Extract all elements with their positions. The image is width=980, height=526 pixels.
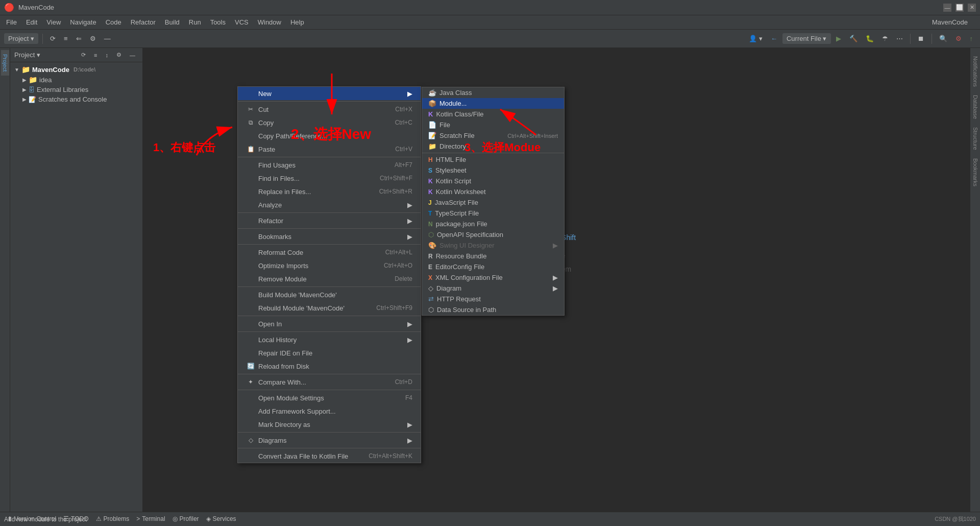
more-actions-button[interactable]: ⋯: [893, 33, 906, 44]
ctx-build-module[interactable]: Build Module 'MavenCode': [238, 288, 421, 301]
project-gear-btn[interactable]: ⚙: [113, 50, 125, 60]
settings-main-button[interactable]: ⚙: [952, 33, 965, 44]
menu-item-file[interactable]: File: [2, 17, 21, 27]
ctx-repair-ide[interactable]: Repair IDE on File: [238, 346, 421, 360]
ctx-refactor[interactable]: Refactor ▶: [238, 214, 421, 227]
ctx-find-files[interactable]: Find in Files... Ctrl+Shift+F: [238, 172, 421, 185]
menu-item-window[interactable]: Window: [254, 17, 285, 27]
ctx-framework-support[interactable]: Add Framework Support...: [238, 404, 421, 418]
submenu-diagram[interactable]: ◇ Diagram ▶: [422, 283, 564, 294]
build-button[interactable]: 🔨: [846, 33, 861, 44]
notifications-tab[interactable]: Notifications: [971, 52, 979, 91]
collapse-all-button[interactable]: ≡: [61, 33, 71, 44]
maximize-button[interactable]: ⬜: [955, 4, 964, 12]
submenu-file[interactable]: 📄 File: [422, 119, 564, 130]
services-tab[interactable]: ◈ Services: [203, 514, 239, 523]
ctx-rebuild-module[interactable]: Rebuild Module 'MavenCode' Ctrl+Shift+F9: [238, 301, 421, 315]
coverage-button[interactable]: ☂: [879, 33, 891, 44]
tree-item-scratches[interactable]: ▶ 📝 Scratches and Console: [10, 94, 142, 104]
settings-button[interactable]: ⚙: [87, 33, 99, 44]
ctx-copy[interactable]: ⧉ Copy Ctrl+C: [238, 116, 421, 129]
menu-item-help[interactable]: Help: [286, 17, 308, 27]
todo-tab[interactable]: ☰ TODO: [60, 514, 91, 523]
ctx-open-in[interactable]: Open In ▶: [238, 317, 421, 330]
ctx-optimize[interactable]: Optimize Imports Ctrl+Alt+O: [238, 259, 421, 272]
project-dropdown-arrow[interactable]: ▾: [37, 51, 40, 59]
nav-back-button[interactable]: ←: [768, 33, 780, 44]
submenu-xml-config[interactable]: X XML Configuration File ▶: [422, 272, 564, 283]
menu-item-refactor[interactable]: Refactor: [127, 17, 160, 27]
update-button[interactable]: ↑: [967, 33, 976, 44]
close-panel-button[interactable]: —: [101, 33, 114, 44]
submenu-scratch-file[interactable]: 📝 Scratch File Ctrl+Alt+Shift+Insert: [422, 130, 564, 141]
profiler-tab[interactable]: ◎ Profiler: [169, 514, 202, 523]
ctx-compare[interactable]: ✦ Compare With... Ctrl+D: [238, 375, 421, 389]
ctx-convert-java[interactable]: Convert Java File to Kotlin File Ctrl+Al…: [238, 449, 421, 463]
menu-item-build[interactable]: Build: [161, 17, 184, 27]
ctx-analyze[interactable]: Analyze ▶: [238, 198, 421, 211]
submenu-html[interactable]: H HTML File: [422, 154, 564, 165]
submenu-editorconfig[interactable]: E EditorConfig File: [422, 261, 564, 272]
submenu-openapi[interactable]: ⬡ OpenAPI Specification: [422, 229, 564, 240]
sync-button[interactable]: ⟳: [47, 33, 59, 44]
submenu-directory[interactable]: 📁 Directory: [422, 141, 564, 152]
ctx-mark-dir[interactable]: Mark Directory as ▶: [238, 418, 421, 431]
submenu-js[interactable]: J JavaScript File: [422, 197, 564, 208]
close-button[interactable]: ✕: [968, 4, 976, 12]
submenu-data-source[interactable]: ⬡ Data Source in Path: [422, 304, 564, 315]
submenu-java-class[interactable]: ☕ Java Class: [422, 87, 564, 98]
problems-tab[interactable]: ⚠ Problems: [93, 514, 133, 523]
project-close-btn[interactable]: —: [127, 50, 138, 60]
submenu-stylesheet[interactable]: S Stylesheet: [422, 165, 564, 176]
menu-item-run[interactable]: Run: [185, 17, 205, 27]
project-dropdown[interactable]: Project ▾: [4, 33, 38, 44]
submenu-package-json[interactable]: N package.json File: [422, 219, 564, 229]
submenu-module[interactable]: 📦 Module...: [422, 98, 564, 109]
submenu-kotlin-script[interactable]: K Kotlin Script: [422, 176, 564, 186]
stop-button[interactable]: ⏹: [915, 33, 927, 44]
tree-item-root[interactable]: ▼ 📁 MavenCode D:\code\: [10, 64, 142, 75]
menu-item-navigate[interactable]: Navigate: [66, 17, 100, 27]
ctx-reload[interactable]: 🔄 Reload from Disk: [238, 360, 421, 373]
bookmarks-tab[interactable]: Bookmarks: [971, 154, 979, 190]
menu-item-tools[interactable]: Tools: [206, 17, 230, 27]
search-everywhere-button[interactable]: 🔍: [936, 33, 950, 44]
ctx-bookmarks[interactable]: Bookmarks ▶: [238, 230, 421, 243]
minimize-button[interactable]: —: [943, 4, 951, 12]
menu-item-view[interactable]: View: [42, 17, 65, 27]
run-button[interactable]: ▶: [833, 33, 844, 44]
ctx-remove-module[interactable]: Remove Module Delete: [238, 272, 421, 285]
project-sync-btn[interactable]: ⟳: [78, 50, 89, 60]
terminal-tab[interactable]: > Terminal: [133, 514, 168, 523]
debug-button[interactable]: 🐛: [863, 33, 877, 44]
submenu-resource-bundle[interactable]: R Resource Bundle: [422, 251, 564, 261]
project-sidebar-tab[interactable]: Project: [1, 50, 9, 76]
ctx-reformat[interactable]: Reformat Code Ctrl+Alt+L: [238, 246, 421, 259]
submenu-ts[interactable]: T TypeScript File: [422, 208, 564, 219]
tree-item-external-libs[interactable]: ▶ 🗄 External Libraries: [10, 85, 142, 94]
tree-item-idea[interactable]: ▶ 📁 idea: [10, 75, 142, 85]
project-collapse-btn[interactable]: ≡: [91, 50, 100, 60]
ctx-module-settings[interactable]: Open Module Settings F4: [238, 391, 421, 404]
menu-item-edit[interactable]: Edit: [22, 17, 41, 27]
hide-panel-button[interactable]: ⇐: [73, 33, 85, 44]
current-file-dropdown[interactable]: Current File ▾: [782, 33, 831, 44]
submenu-kotlin-worksheet[interactable]: K Kotlin Worksheet: [422, 186, 564, 197]
ctx-find-usages[interactable]: Find Usages Alt+F7: [238, 158, 421, 172]
ctx-diagrams[interactable]: ◇ Diagrams ▶: [238, 434, 421, 447]
submenu-http-request[interactable]: ⇄ HTTP Request: [422, 294, 564, 304]
submenu-kotlin-class[interactable]: K Kotlin Class/File: [422, 109, 564, 119]
version-control-tab[interactable]: ⬆ Version Control: [4, 514, 59, 523]
ctx-cut[interactable]: ✂ Cut Ctrl+X: [238, 103, 421, 116]
database-tab[interactable]: Database: [971, 91, 979, 123]
ctx-local-history[interactable]: Local History ▶: [238, 333, 421, 346]
ctx-new[interactable]: New ▶: [238, 87, 421, 100]
ctx-copy-path[interactable]: Copy Path/Reference...: [238, 129, 421, 142]
profile-button[interactable]: 👤 ▾: [746, 33, 766, 44]
ctx-paste[interactable]: 📋 Paste Ctrl+V: [238, 142, 421, 156]
menu-item-code[interactable]: Code: [102, 17, 126, 27]
project-toggle-btn[interactable]: ↕: [103, 50, 112, 60]
ctx-replace[interactable]: Replace in Files... Ctrl+Shift+R: [238, 185, 421, 198]
menu-item-vcs[interactable]: VCS: [231, 17, 253, 27]
structure-tab[interactable]: Structure: [971, 123, 979, 154]
